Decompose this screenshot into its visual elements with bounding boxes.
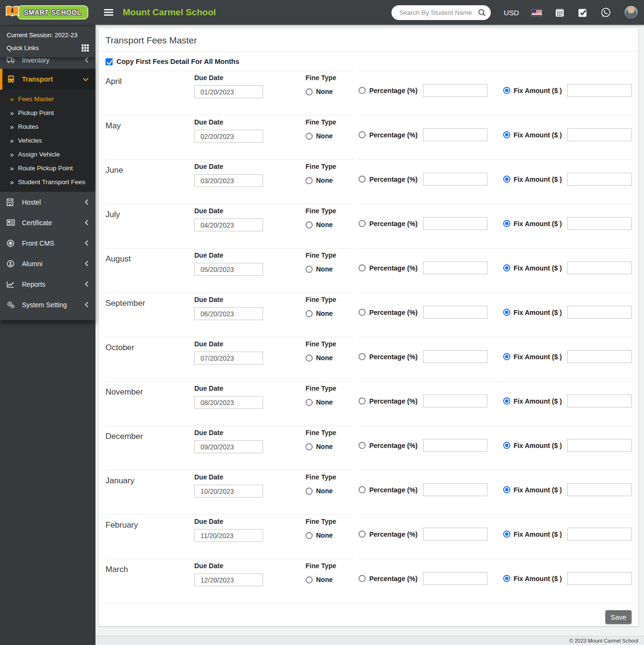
fine-fix-amount-label[interactable]: Fix Amount ($ )	[514, 442, 562, 449]
fine-fix-amount-label[interactable]: Fix Amount ($ )	[514, 176, 562, 183]
fine-fix-amount-label[interactable]: Fix Amount ($ )	[514, 353, 562, 361]
due-date-input[interactable]	[194, 352, 263, 364]
smart-school-logo[interactable]: SMART SCHOOL	[5, 5, 88, 20]
fine-percentage-label[interactable]: Percentage (%)	[369, 486, 417, 494]
fine-fix-amount-radio[interactable]	[503, 575, 510, 582]
search-input[interactable]	[399, 9, 478, 16]
hamburger-menu-icon[interactable]	[101, 6, 116, 19]
sidebar-subitem-pickup-point[interactable]: » Pickup Point	[0, 106, 95, 120]
fix-amount-input[interactable]	[567, 217, 632, 230]
fine-fix-amount-radio[interactable]	[503, 131, 510, 138]
fine-none-radio[interactable]	[306, 221, 313, 229]
fine-percentage-radio[interactable]	[359, 87, 366, 94]
fine-percentage-radio[interactable]	[359, 442, 366, 449]
fine-none-radio[interactable]	[306, 266, 313, 273]
save-button[interactable]: Save	[605, 610, 632, 624]
fine-none-label[interactable]: None	[316, 265, 333, 273]
fine-percentage-radio[interactable]	[359, 309, 366, 316]
grid-icon[interactable]	[82, 44, 89, 52]
percentage-input[interactable]	[423, 483, 487, 496]
fine-none-label[interactable]: None	[316, 177, 333, 184]
fine-percentage-radio[interactable]	[359, 353, 366, 360]
percentage-input[interactable]	[423, 306, 487, 319]
fine-percentage-label[interactable]: Percentage (%)	[369, 176, 417, 183]
language-flag-icon[interactable]	[532, 10, 542, 16]
fine-fix-amount-label[interactable]: Fix Amount ($ )	[514, 531, 562, 538]
fine-none-label[interactable]: None	[316, 354, 333, 362]
fine-none-label[interactable]: None	[316, 398, 333, 406]
due-date-input[interactable]	[194, 440, 263, 453]
fine-fix-amount-label[interactable]: Fix Amount ($ )	[514, 87, 562, 94]
fine-fix-amount-radio[interactable]	[503, 397, 510, 405]
fine-fix-amount-radio[interactable]	[503, 309, 510, 316]
fine-fix-amount-radio[interactable]	[503, 486, 510, 493]
fine-fix-amount-radio[interactable]	[503, 220, 510, 227]
fix-amount-input[interactable]	[567, 306, 632, 319]
fine-percentage-label[interactable]: Percentage (%)	[369, 87, 417, 94]
sidebar-item-reports[interactable]: Reports	[0, 274, 95, 294]
sidebar-item-front-cms[interactable]: Front CMS	[0, 233, 95, 253]
fix-amount-input[interactable]	[567, 84, 632, 97]
sidebar-subitem-student-transport-fees[interactable]: » Student Transport Fees	[0, 175, 95, 189]
fine-percentage-radio[interactable]	[359, 176, 366, 183]
fine-percentage-radio[interactable]	[359, 220, 366, 227]
percentage-input[interactable]	[423, 395, 487, 407]
sidebar-item-hostel[interactable]: Hostel	[0, 192, 95, 212]
fine-none-label[interactable]: None	[316, 443, 333, 450]
percentage-input[interactable]	[423, 128, 487, 141]
fine-percentage-label[interactable]: Percentage (%)	[369, 131, 417, 139]
due-date-input[interactable]	[194, 174, 263, 187]
due-date-input[interactable]	[194, 263, 263, 276]
due-date-input[interactable]	[194, 529, 263, 542]
fine-fix-amount-radio[interactable]	[503, 264, 510, 271]
fine-percentage-label[interactable]: Percentage (%)	[369, 353, 417, 361]
fine-fix-amount-label[interactable]: Fix Amount ($ )	[514, 220, 562, 228]
fine-fix-amount-radio[interactable]	[503, 353, 510, 360]
sidebar-subitem-vehicles[interactable]: » Vehicles	[0, 134, 95, 147]
fix-amount-input[interactable]	[567, 350, 632, 363]
percentage-input[interactable]	[423, 173, 487, 186]
fine-none-label[interactable]: None	[316, 576, 333, 583]
fine-fix-amount-label[interactable]: Fix Amount ($ )	[514, 264, 562, 272]
sidebar-item-transport[interactable]: Transport	[0, 69, 95, 90]
sidebar-subitem-route-pickup-point[interactable]: » Route Pickup Point	[0, 161, 95, 175]
percentage-input[interactable]	[423, 350, 487, 363]
sidebar-item-alumni[interactable]: Alumni	[0, 253, 95, 274]
fine-percentage-label[interactable]: Percentage (%)	[369, 264, 417, 272]
user-avatar[interactable]	[624, 5, 638, 20]
due-date-input[interactable]	[194, 85, 263, 98]
due-date-input[interactable]	[194, 485, 263, 498]
fine-fix-amount-radio[interactable]	[503, 442, 510, 449]
fine-none-label[interactable]: None	[316, 221, 333, 229]
fine-none-radio[interactable]	[306, 443, 313, 450]
fine-percentage-label[interactable]: Percentage (%)	[369, 397, 417, 405]
fix-amount-input[interactable]	[567, 173, 632, 186]
copy-fees-checkbox[interactable]	[106, 58, 113, 65]
percentage-input[interactable]	[423, 84, 487, 97]
due-date-input[interactable]	[194, 130, 263, 143]
fix-amount-input[interactable]	[567, 128, 632, 141]
fix-amount-input[interactable]	[567, 572, 632, 585]
percentage-input[interactable]	[423, 528, 487, 541]
calendar-icon[interactable]	[555, 8, 565, 18]
fine-percentage-label[interactable]: Percentage (%)	[369, 220, 417, 228]
fine-fix-amount-label[interactable]: Fix Amount ($ )	[514, 397, 562, 405]
fine-percentage-radio[interactable]	[359, 486, 366, 493]
fine-percentage-radio[interactable]	[359, 531, 366, 538]
fine-none-radio[interactable]	[306, 532, 313, 539]
fine-none-radio[interactable]	[306, 310, 313, 317]
task-check-icon[interactable]	[578, 8, 588, 18]
fine-none-radio[interactable]	[306, 488, 313, 495]
due-date-input[interactable]	[194, 573, 263, 586]
sidebar-item-certificate[interactable]: Certificate	[0, 212, 95, 233]
fine-fix-amount-radio[interactable]	[503, 87, 510, 94]
fine-none-label[interactable]: None	[316, 487, 333, 495]
fine-percentage-radio[interactable]	[359, 264, 366, 271]
percentage-input[interactable]	[423, 439, 487, 452]
fine-none-radio[interactable]	[306, 576, 313, 583]
search-icon[interactable]	[478, 9, 486, 17]
fine-fix-amount-label[interactable]: Fix Amount ($ )	[514, 309, 562, 316]
sidebar-item-system-setting[interactable]: System Setting	[0, 294, 95, 315]
fix-amount-input[interactable]	[567, 528, 632, 541]
due-date-input[interactable]	[194, 218, 263, 231]
